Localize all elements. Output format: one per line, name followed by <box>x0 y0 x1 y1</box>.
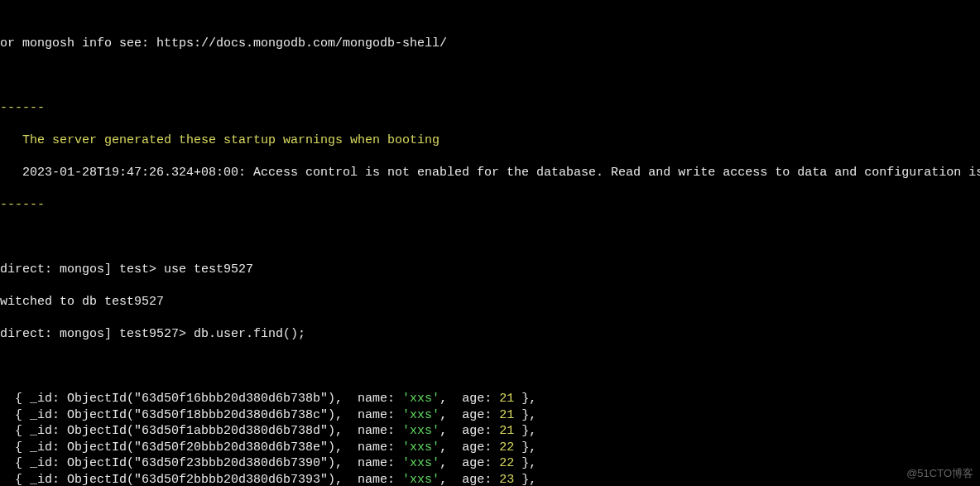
access-control-warning: 2023-01-28T19:47:26.324+08:00: Access co… <box>0 165 980 181</box>
prompt-line-1: direct: mongos] test> use test9527 <box>0 262 980 278</box>
watermark: @51CTO博客 <box>906 467 973 481</box>
separator-line: ------ <box>0 100 980 117</box>
prompt-line-2: direct: mongos] test9527> db.user.find()… <box>0 326 980 343</box>
result-row: { _id: ObjectId("63d50f16bbb20d380d6b738… <box>0 391 980 407</box>
prompt-db: test <box>119 262 149 277</box>
blank-line <box>0 229 980 246</box>
command-use: use test9527 <box>164 262 253 277</box>
blank-line <box>0 68 980 84</box>
command-find: db.user.find(); <box>194 327 305 341</box>
switched-db-line: witched to db test9527 <box>0 294 980 310</box>
result-row: { _id: ObjectId("63d50f18bbb20d380d6b738… <box>0 407 980 424</box>
result-row: { _id: ObjectId("63d50f2bbbb20d380d6b739… <box>0 472 980 487</box>
prompt-db: test9527 <box>119 327 179 341</box>
separator-line: ------ <box>0 197 980 214</box>
prompt-prefix: direct: mongos] <box>0 327 119 341</box>
result-row: { _id: ObjectId("63d50f1abbb20d380d6b738… <box>0 423 980 440</box>
mongosh-info-line: or mongosh info see: https://docs.mongod… <box>0 36 980 52</box>
query-result-list: { _id: ObjectId("63d50f16bbb20d380d6b738… <box>0 391 980 486</box>
startup-warning-line: The server generated these startup warni… <box>0 132 980 149</box>
prompt-prefix: direct: mongos] <box>0 262 119 277</box>
result-row: { _id: ObjectId("63d50f20bbb20d380d6b738… <box>0 440 980 456</box>
result-row: { _id: ObjectId("63d50f23bbb20d380d6b739… <box>0 455 980 472</box>
terminal-output[interactable]: or mongosh info see: https://docs.mongod… <box>0 0 980 486</box>
blank-line <box>0 358 980 375</box>
